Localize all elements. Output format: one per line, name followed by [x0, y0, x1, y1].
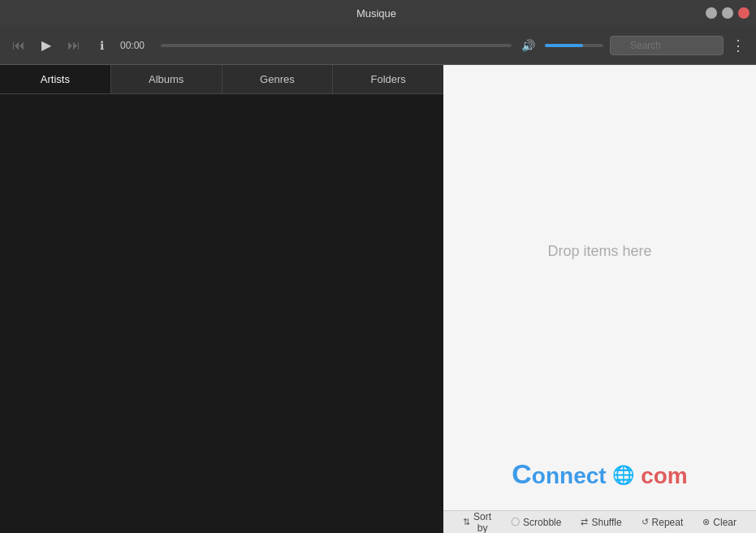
info-button[interactable]: ℹ — [89, 33, 114, 58]
tab-genres-label: Genres — [260, 73, 295, 85]
prev-icon: ⏮ — [12, 38, 25, 53]
sort-by-label: Sort by — [473, 511, 491, 534]
volume-bar[interactable] — [545, 44, 603, 47]
bottom-bar: ⇅ Sort by 〇 Scrobble ⇄ Shuffle ↺ Repeat … — [443, 510, 756, 533]
next-icon: ⏭ — [67, 38, 80, 53]
scrobble-icon: 〇 — [511, 516, 520, 528]
branding-logo: Connect 🌐 com — [512, 458, 687, 490]
close-icon: × — [741, 9, 745, 17]
scrobble-label: Scrobble — [523, 517, 561, 528]
minimize-button[interactable]: − — [706, 7, 717, 19]
shuffle-icon: ⇄ — [581, 517, 588, 527]
shuffle-button[interactable]: ⇄ Shuffle — [571, 515, 631, 530]
left-panel: Artists Albums Genres Folders — [0, 65, 443, 533]
sort-by-button[interactable]: ⇅ Sort by — [453, 509, 501, 534]
sort-icon: ⇅ — [463, 517, 470, 527]
repeat-button[interactable]: ↺ Repeat — [632, 515, 693, 530]
tab-bar: Artists Albums Genres Folders — [0, 65, 443, 94]
volume-fill — [545, 44, 583, 47]
repeat-icon: ↺ — [642, 517, 649, 527]
play-icon: ▶ — [41, 37, 51, 53]
play-button[interactable]: ▶ — [34, 33, 58, 58]
main-content: Artists Albums Genres Folders Drop items… — [0, 65, 756, 533]
next-button[interactable]: ⏭ — [62, 33, 86, 58]
maximize-icon: □ — [725, 9, 729, 17]
close-button[interactable]: × — [738, 7, 750, 19]
tab-albums-label: Albums — [149, 73, 184, 85]
toolbar: ⏮ ▶ ⏭ ℹ 00:00 🔊 🔍 ⋮ — [0, 26, 756, 65]
branding-area: Connect 🌐 com — [443, 437, 756, 510]
brand-text: onnect — [532, 463, 607, 488]
clear-button[interactable]: ⊗ Clear — [693, 515, 746, 530]
tab-genres[interactable]: Genres — [222, 65, 334, 93]
scrobble-button[interactable]: 〇 Scrobble — [501, 514, 571, 530]
minimize-icon: − — [709, 9, 713, 17]
tab-artists[interactable]: Artists — [0, 65, 111, 93]
overflow-icon: ⋮ — [731, 37, 745, 54]
prev-button[interactable]: ⏮ — [6, 33, 31, 58]
titlebar: Musique − □ × — [0, 0, 756, 26]
tab-folders-label: Folders — [371, 73, 406, 85]
shuffle-label: Shuffle — [591, 517, 621, 528]
brand-com: com — [641, 463, 688, 488]
volume-icon: 🔊 — [521, 39, 535, 52]
library-content — [0, 94, 443, 533]
titlebar-controls: − □ × — [706, 7, 750, 19]
maximize-button[interactable]: □ — [722, 7, 733, 19]
time-display: 00:00 — [120, 40, 151, 51]
tab-albums[interactable]: Albums — [111, 65, 222, 93]
search-wrapper: 🔍 — [610, 36, 724, 55]
clear-icon: ⊗ — [702, 517, 710, 527]
tab-folders[interactable]: Folders — [333, 65, 443, 93]
progress-bar[interactable] — [161, 44, 512, 47]
info-icon: ℹ — [100, 39, 104, 52]
brand-c: C — [512, 458, 532, 489]
app-title: Musique — [47, 7, 706, 20]
tab-artists-label: Artists — [41, 73, 70, 85]
right-panel: Drop items here Connect 🌐 com ⇅ Sort by … — [443, 65, 756, 533]
playlist-drop-area[interactable]: Drop items here — [443, 65, 756, 437]
brand-globe-icon: 🌐 — [612, 465, 634, 485]
search-input[interactable] — [610, 36, 724, 55]
overflow-menu-button[interactable]: ⋮ — [727, 34, 750, 57]
drop-hint: Drop items here — [548, 243, 652, 260]
clear-label: Clear — [713, 517, 737, 528]
repeat-label: Repeat — [652, 517, 684, 528]
